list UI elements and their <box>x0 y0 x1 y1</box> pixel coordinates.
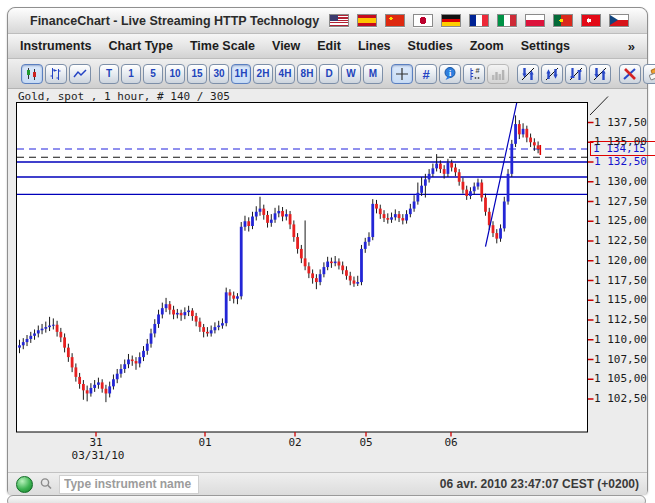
trend-ray-button[interactable] <box>541 64 563 84</box>
flag-cn-icon[interactable] <box>385 14 405 27</box>
menu-zoom[interactable]: Zoom <box>470 39 504 53</box>
timescale-15-button[interactable]: 15 <box>187 64 207 84</box>
trend-ray-icon <box>544 66 560 82</box>
x-axis-date-label: 03/31/10 <box>72 449 125 462</box>
line-tools-group <box>517 64 611 84</box>
trend-segment-button[interactable] <box>517 64 539 84</box>
eraser-icon <box>646 66 655 82</box>
bottom-strip <box>7 495 646 503</box>
timescale-1h-button[interactable]: 1H <box>231 64 251 84</box>
app-window: FinanceChart - Live Streaming HTTP Techn… <box>7 7 648 494</box>
candlestick-chart-icon <box>24 66 40 82</box>
menu-view[interactable]: View <box>272 39 300 53</box>
title-bar[interactable]: FinanceChart - Live Streaming HTTP Techn… <box>8 8 647 34</box>
flag-fr-icon[interactable] <box>469 14 489 27</box>
flag-pl-icon[interactable] <box>525 14 545 27</box>
clock-timestamp: 06 avr. 2010 23:47:07 CEST (+0200) <box>440 477 639 491</box>
y-axis-label: 1 112,50 <box>594 313 647 326</box>
window-title: FinanceChart - Live Streaming HTTP Techn… <box>30 14 319 28</box>
delete-lines-button[interactable] <box>619 64 641 84</box>
y-axis-label: 1 105,00 <box>594 372 647 385</box>
language-flags <box>329 14 629 27</box>
price-marker-button[interactable]: # <box>463 64 485 84</box>
eraser-button[interactable] <box>643 64 655 84</box>
corner-trendline-fragment[interactable] <box>590 97 608 116</box>
trend-vline-icon <box>592 66 608 82</box>
x-axis-label: 05 <box>359 436 372 449</box>
ohlc-bars-icon <box>48 66 64 82</box>
info-bubble-icon: i <box>442 66 458 82</box>
grid-button[interactable]: # <box>415 64 437 84</box>
ohlc-bars-button[interactable] <box>45 64 67 84</box>
timescale-2h-button[interactable]: 2H <box>253 64 273 84</box>
delete-line-icon <box>622 66 638 82</box>
y-axis-label: 1 135,00 <box>594 135 647 148</box>
trend-hline-button[interactable] <box>565 64 587 84</box>
flag-pt-icon[interactable] <box>553 14 573 27</box>
y-axis-label: 1 122,50 <box>594 234 647 247</box>
tools-group: #i# <box>391 64 509 84</box>
y-axis-label: 1 110,00 <box>594 333 647 346</box>
price-marker-icon: # <box>466 66 482 82</box>
timescale-t-button[interactable]: T <box>99 64 119 84</box>
y-axis-label: 1 125,00 <box>594 214 647 227</box>
flag-tr-icon[interactable] <box>581 14 601 27</box>
x-axis-label: 06 <box>444 436 457 449</box>
instrument-search-input[interactable] <box>59 475 199 494</box>
candlestick-chart-button[interactable] <box>21 64 43 84</box>
menu-studies[interactable]: Studies <box>408 39 453 53</box>
trend-vline-button[interactable] <box>589 64 611 84</box>
time-scale-group: T151015301H2H4H8HDWM <box>99 64 383 84</box>
status-bar: 06 avr. 2010 23:47:07 CEST (+0200) <box>8 472 647 495</box>
menu-items: InstrumentsChart TypeTime ScaleViewEditL… <box>20 39 570 53</box>
flag-us-icon[interactable] <box>329 14 349 27</box>
trend-hline-icon <box>568 66 584 82</box>
y-axis-label: 1 115,00 <box>594 293 647 306</box>
timescale-w-button[interactable]: W <box>341 64 361 84</box>
flag-cz-icon[interactable] <box>609 14 629 27</box>
connection-status-led-icon[interactable] <box>16 476 33 493</box>
x-axis-label: 31 <box>89 436 102 449</box>
timescale-m-button[interactable]: M <box>363 64 383 84</box>
y-axis-label: 1 117,50 <box>594 274 647 287</box>
info-bubble-button[interactable]: i <box>439 64 461 84</box>
timescale-d-button[interactable]: D <box>319 64 339 84</box>
menu-chart-type[interactable]: Chart Type <box>109 39 173 53</box>
timescale-10-button[interactable]: 10 <box>165 64 185 84</box>
flag-de-icon[interactable] <box>441 14 461 27</box>
chart-type-group <box>21 64 91 84</box>
menu-edit[interactable]: Edit <box>317 39 341 53</box>
timescale-5-button[interactable]: 5 <box>143 64 163 84</box>
grid-icon: # <box>418 66 434 82</box>
flag-es-icon[interactable] <box>357 14 377 27</box>
menu-bar: InstrumentsChart TypeTime ScaleViewEditL… <box>8 34 647 59</box>
search-icon <box>38 476 54 492</box>
menu-overflow-chevron[interactable]: » <box>628 39 635 54</box>
y-axis-label: 1 137,50 <box>594 116 647 129</box>
timescale-8h-button[interactable]: 8H <box>297 64 317 84</box>
price-chart-canvas[interactable] <box>16 95 652 451</box>
menu-instruments[interactable]: Instruments <box>20 39 92 53</box>
menu-lines[interactable]: Lines <box>358 39 391 53</box>
menu-settings[interactable]: Settings <box>521 39 570 53</box>
y-axis-label: 1 120,00 <box>594 254 647 267</box>
volume-histogram-icon <box>490 66 506 82</box>
crosshair-button[interactable] <box>391 64 413 84</box>
crosshair-icon <box>394 66 410 82</box>
y-axis-label: 1 130,00 <box>594 175 647 188</box>
chart-panel: Gold, spot , 1 hour, # 140 / 305 1 134,1… <box>8 89 647 472</box>
trend-segment-icon <box>520 66 536 82</box>
volume-histogram-button <box>487 64 509 84</box>
flag-jp-icon[interactable] <box>413 14 433 27</box>
line-chart-button[interactable] <box>69 64 91 84</box>
x-axis-label: 01 <box>198 436 211 449</box>
timescale-4h-button[interactable]: 4H <box>275 64 295 84</box>
y-axis-label: 1 102,50 <box>594 392 647 405</box>
flag-it-icon[interactable] <box>497 14 517 27</box>
y-axis-label: 1 127,50 <box>594 195 647 208</box>
timescale-1-button[interactable]: 1 <box>121 64 141 84</box>
menu-time-scale[interactable]: Time Scale <box>190 39 255 53</box>
svg-text:#: # <box>475 66 480 75</box>
timescale-30-button[interactable]: 30 <box>209 64 229 84</box>
svg-text:#: # <box>422 66 430 81</box>
